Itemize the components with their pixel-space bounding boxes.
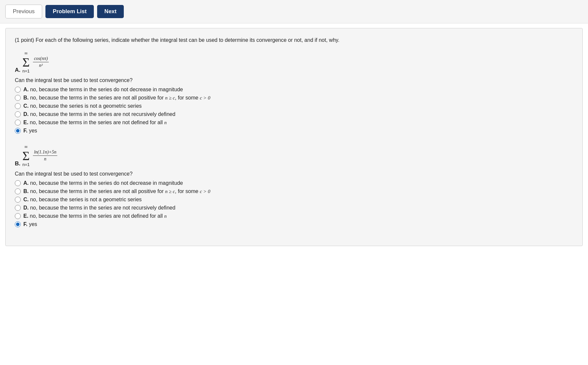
series-b-option-B-label[interactable]: B. no, because the terms in the series a… — [23, 188, 210, 194]
problem-intro: (1 point) For each of the following seri… — [15, 36, 573, 44]
series-a-option-F-label[interactable]: F. yes — [23, 128, 37, 134]
series-b-option-F-label[interactable]: F. yes — [23, 221, 37, 227]
series-b-radio-B[interactable] — [15, 188, 21, 194]
series-a-denominator: n² — [38, 62, 44, 68]
series-a-header: A. ∞ Σ n=1 cos(nπ) n² — [15, 51, 573, 73]
series-b-denominator: n — [43, 156, 47, 162]
series-a-formula: ∞ Σ n=1 cos(nπ) n² — [22, 51, 49, 73]
series-a-sigma: Σ — [22, 56, 30, 69]
series-b-sum-bottom: n=1 — [22, 162, 30, 167]
series-b-radio-E[interactable] — [15, 213, 21, 219]
series-b-question: Can the integral test be used to test co… — [15, 171, 573, 177]
series-b-radio-C[interactable] — [15, 197, 21, 203]
problem-list-button[interactable]: Problem List — [45, 5, 94, 18]
previous-button[interactable]: Previous — [5, 5, 42, 18]
series-b-option-F[interactable]: F. yes — [15, 221, 573, 227]
series-b-option-C-label[interactable]: C. no, because the series is not a geome… — [23, 197, 142, 203]
series-a-fraction: cos(nπ) n² — [33, 56, 49, 68]
next-button[interactable]: Next — [97, 5, 124, 18]
series-a-option-B-label[interactable]: B. no, because the terms in the series a… — [23, 95, 210, 101]
series-a-option-D[interactable]: D. no, because the terms in the series a… — [15, 111, 573, 117]
series-b-block: B. ∞ Σ n=1 ln(1.1n)+5n n Can the integra… — [15, 144, 573, 227]
series-b-option-E[interactable]: E. no, because the terms in the series a… — [15, 213, 573, 219]
series-b-sigma: Σ — [22, 150, 30, 162]
series-a-radio-B[interactable] — [15, 95, 21, 101]
series-b-label: B. — [15, 160, 20, 167]
series-a-option-F[interactable]: F. yes — [15, 128, 573, 134]
series-b-option-B[interactable]: B. no, because the terms in the series a… — [15, 188, 573, 194]
series-a-question: Can the integral test be used to test co… — [15, 77, 573, 83]
series-b-fraction: ln(1.1n)+5n n — [33, 150, 57, 162]
series-b-radio-F[interactable] — [15, 221, 21, 227]
navigation-bar: Previous Problem List Next — [0, 0, 588, 23]
series-b-option-A[interactable]: A. no, because the terms in the series d… — [15, 180, 573, 186]
series-a-option-E-label[interactable]: E. no, because the terms in the series a… — [23, 120, 167, 126]
series-a-option-D-label[interactable]: D. no, because the terms in the series a… — [23, 111, 175, 117]
series-b-option-A-label[interactable]: A. no, because the terms in the series d… — [23, 180, 183, 186]
series-a-radio-F[interactable] — [15, 128, 21, 134]
series-a-radio-A[interactable] — [15, 87, 21, 93]
series-a-numerator: cos(nπ) — [33, 56, 49, 62]
series-a-radio-C[interactable] — [15, 103, 21, 109]
series-b-numerator: ln(1.1n)+5n — [33, 150, 57, 156]
series-b-radio-A[interactable] — [15, 180, 21, 186]
series-a-radio-E[interactable] — [15, 120, 21, 126]
series-a-option-C[interactable]: C. no, because the series is not a geome… — [15, 103, 573, 109]
series-b-option-E-label[interactable]: E. no, because the terms in the series a… — [23, 213, 167, 219]
series-b-option-D[interactable]: D. no, because the terms in the series a… — [15, 205, 573, 211]
series-b-header: B. ∞ Σ n=1 ln(1.1n)+5n n — [15, 144, 573, 167]
series-a-option-B[interactable]: B. no, because the terms in the series a… — [15, 95, 573, 101]
series-b-radio-D[interactable] — [15, 205, 21, 211]
series-a-option-A-label[interactable]: A. no, because the terms in the series d… — [23, 87, 183, 93]
series-b-option-C[interactable]: C. no, because the series is not a geome… — [15, 197, 573, 203]
series-a-option-A[interactable]: A. no, because the terms in the series d… — [15, 87, 573, 93]
series-a-option-C-label[interactable]: C. no, because the series is not a geome… — [23, 103, 142, 109]
series-b-formula: ∞ Σ n=1 ln(1.1n)+5n n — [22, 144, 57, 167]
series-b-option-D-label[interactable]: D. no, because the terms in the series a… — [23, 205, 175, 211]
series-a-sum-bottom: n=1 — [22, 69, 30, 73]
problem-content: (1 point) For each of the following seri… — [5, 28, 583, 246]
series-a-radio-D[interactable] — [15, 111, 21, 117]
series-a-block: A. ∞ Σ n=1 cos(nπ) n² Can the integral t… — [15, 51, 573, 134]
series-a-option-E[interactable]: E. no, because the terms in the series a… — [15, 120, 573, 126]
series-a-label: A. — [15, 67, 20, 73]
